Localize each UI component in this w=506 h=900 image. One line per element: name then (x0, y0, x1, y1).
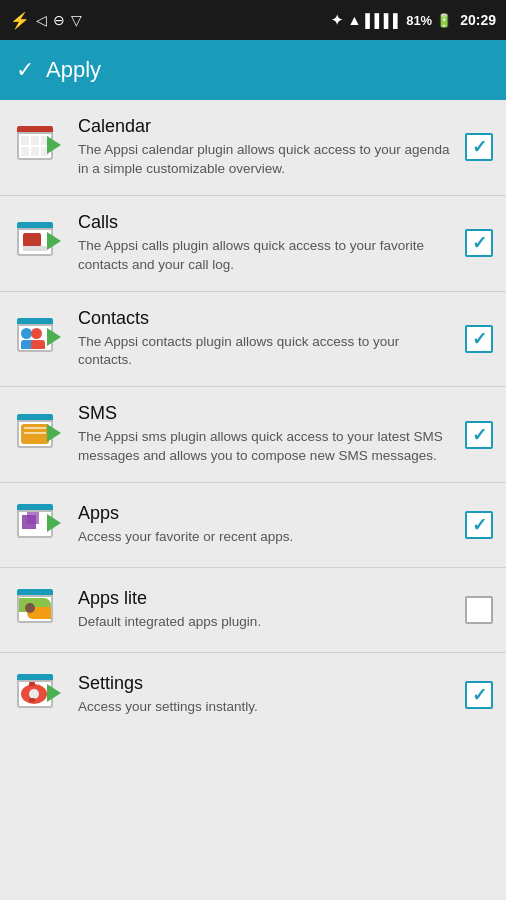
sms-title: SMS (78, 403, 450, 424)
calendar-checkbox-checked[interactable] (465, 133, 493, 161)
calls-text: Calls The Appsi calls plugin allows quic… (78, 212, 450, 275)
sms-icon (15, 412, 61, 458)
minus-circle-icon: ⊖ (53, 12, 65, 28)
list-item[interactable]: SMS The Appsi sms plugin allows quick ac… (0, 387, 506, 483)
apps-lite-text: Apps lite Default integrated apps plugin… (78, 588, 450, 632)
signal-icon: ▌▌▌▌ (365, 13, 402, 28)
list-item[interactable]: Calendar The Appsi calendar plugin allow… (0, 100, 506, 196)
sms-text: SMS The Appsi sms plugin allows quick ac… (78, 403, 450, 466)
usb-icon: ⚡ (10, 11, 30, 30)
calls-checkbox-checked[interactable] (465, 229, 493, 257)
checkmark-icon: ✓ (16, 57, 34, 83)
contacts-checkbox-checked[interactable] (465, 325, 493, 353)
apps-plugin-icon (15, 502, 61, 548)
list-item[interactable]: Apps lite Default integrated apps plugin… (0, 568, 506, 653)
toolbar-title: Apply (46, 57, 101, 83)
apps-lite-desc: Default integrated apps plugin. (78, 613, 450, 632)
status-bar: ⚡ ◁ ⊖ ▽ ✦ ▲ ▌▌▌▌ 81% 🔋 20:29 (0, 0, 506, 40)
apps-lite-checkbox[interactable] (464, 595, 494, 625)
contacts-icon (15, 316, 61, 362)
apps-desc: Access your favorite or recent apps. (78, 528, 450, 547)
calendar-checkbox[interactable] (464, 132, 494, 162)
contacts-desc: The Appsi contacts plugin allows quick a… (78, 333, 450, 371)
contacts-checkbox[interactable] (464, 324, 494, 354)
status-bar-left: ⚡ ◁ ⊖ ▽ (10, 11, 82, 30)
settings-icon-wrap (12, 669, 64, 721)
contacts-title: Contacts (78, 308, 450, 329)
sms-checkbox-checked[interactable] (465, 421, 493, 449)
list-item[interactable]: Contacts The Appsi contacts plugin allow… (0, 292, 506, 388)
apps-text: Apps Access your favorite or recent apps… (78, 503, 450, 547)
bluetooth-icon: ✦ (331, 12, 343, 28)
apps-lite-plugin-icon (15, 587, 61, 633)
back-icon: ◁ (36, 12, 47, 28)
apps-lite-title: Apps lite (78, 588, 450, 609)
calls-desc: The Appsi calls plugin allows quick acce… (78, 237, 450, 275)
toolbar[interactable]: ✓ Apply (0, 40, 506, 100)
list-item[interactable]: Calls The Appsi calls plugin allows quic… (0, 196, 506, 292)
calls-icon-wrap (12, 217, 64, 269)
apps-checkbox[interactable] (464, 510, 494, 540)
settings-title: Settings (78, 673, 450, 694)
calls-icon (15, 220, 61, 266)
sms-checkbox[interactable] (464, 420, 494, 450)
calendar-desc: The Appsi calendar plugin allows quick a… (78, 141, 450, 179)
settings-desc: Access your settings instantly. (78, 698, 450, 717)
apps-icon-wrap (12, 499, 64, 551)
plugin-list: Calendar The Appsi calendar plugin allow… (0, 100, 506, 900)
calendar-icon-wrap (12, 121, 64, 173)
calls-title: Calls (78, 212, 450, 233)
apps-checkbox-checked[interactable] (465, 511, 493, 539)
settings-plugin-icon (15, 672, 61, 718)
battery-percent: 81% (406, 13, 432, 28)
list-item[interactable]: Apps Access your favorite or recent apps… (0, 483, 506, 568)
settings-text: Settings Access your settings instantly. (78, 673, 450, 717)
settings-checkbox-checked[interactable] (465, 681, 493, 709)
calendar-title: Calendar (78, 116, 450, 137)
list-item[interactable]: Settings Access your settings instantly. (0, 653, 506, 737)
contacts-icon-wrap (12, 313, 64, 365)
apps-lite-checkbox-unchecked[interactable] (465, 596, 493, 624)
battery-icon: 🔋 (436, 13, 452, 28)
download-icon: ▽ (71, 12, 82, 28)
calendar-text: Calendar The Appsi calendar plugin allow… (78, 116, 450, 179)
time-display: 20:29 (460, 12, 496, 28)
status-bar-right: ✦ ▲ ▌▌▌▌ 81% 🔋 20:29 (331, 12, 496, 28)
sms-icon-wrap (12, 409, 64, 461)
apps-title: Apps (78, 503, 450, 524)
contacts-text: Contacts The Appsi contacts plugin allow… (78, 308, 450, 371)
apps-lite-icon-wrap (12, 584, 64, 636)
calls-checkbox[interactable] (464, 228, 494, 258)
calendar-icon (15, 124, 61, 170)
wifi-icon: ▲ (347, 12, 361, 28)
sms-desc: The Appsi sms plugin allows quick access… (78, 428, 450, 466)
settings-checkbox[interactable] (464, 680, 494, 710)
